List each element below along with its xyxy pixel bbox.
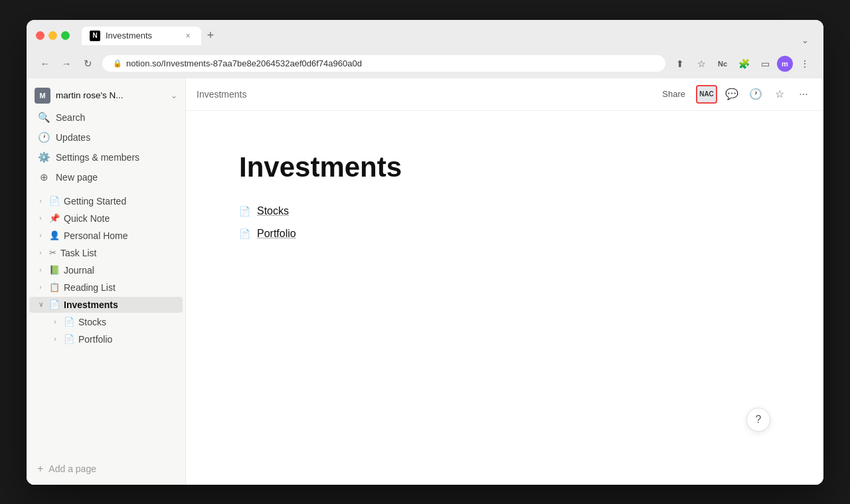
- personal-home-label: Personal Home: [64, 230, 128, 241]
- new-page-icon: ⊕: [37, 171, 50, 183]
- workspace-chevron-icon: ⌄: [171, 91, 177, 100]
- address-input[interactable]: 🔒 notion.so/Investments-87aa7be8e2064532…: [102, 55, 665, 72]
- tab-favicon: N: [90, 31, 100, 41]
- new-tab-button[interactable]: +: [201, 27, 220, 45]
- journal-label: Journal: [64, 265, 94, 276]
- active-tab[interactable]: N Investments ×: [82, 27, 201, 45]
- sidebar-item-task-list[interactable]: › ✂ Task List: [29, 245, 183, 261]
- add-page-label: Add a page: [48, 463, 96, 474]
- new-page-label: New page: [56, 172, 98, 183]
- tab-label: Investments: [106, 31, 177, 41]
- sidebar-toggle-icon[interactable]: ▭: [756, 54, 774, 73]
- browser-menu-icon[interactable]: ⋮: [796, 54, 814, 73]
- nc-icon[interactable]: Nc: [713, 54, 732, 73]
- investments-label: Investments: [64, 299, 118, 310]
- share-icon[interactable]: ⬆: [671, 54, 689, 73]
- add-page-button[interactable]: + Add a page: [29, 460, 183, 478]
- tab-bar: N Investments × + ⌄: [82, 27, 814, 45]
- subpage-portfolio[interactable]: 📄 Portfolio: [239, 222, 770, 245]
- portfolio-subpage-icon: 📄: [239, 228, 250, 239]
- sidebar-item-new-page[interactable]: ⊕ New page: [29, 168, 183, 187]
- updates-label: Updates: [56, 132, 90, 143]
- close-button[interactable]: [36, 31, 44, 40]
- updates-icon: 🕐: [37, 131, 50, 143]
- getting-started-label: Getting Started: [64, 196, 126, 207]
- user-badge-button[interactable]: NAC: [696, 85, 717, 104]
- chevron-investments-icon: ∨: [36, 301, 45, 308]
- add-page-plus-icon: +: [37, 463, 43, 475]
- address-bar: ← → ↻ 🔒 notion.so/Investments-87aa7be8e2…: [36, 50, 814, 78]
- page-body: Investments 📄 Stocks 📄 Portfolio: [186, 111, 823, 485]
- page-header: Investments Share NAC 💬 🕐 ☆ ···: [186, 78, 823, 111]
- chevron-personal-home-icon: ›: [36, 232, 45, 239]
- tab-close-button[interactable]: ×: [183, 31, 193, 41]
- portfolio-label: Portfolio: [78, 334, 112, 345]
- settings-label: Settings & members: [56, 152, 139, 163]
- app-container: M martin rose's N... ⌄ 🔍 Search 🕐 Update…: [27, 78, 823, 485]
- chevron-quick-note-icon: ›: [36, 214, 45, 222]
- chevron-task-list-icon: ›: [36, 249, 45, 256]
- user-avatar-chrome[interactable]: m: [777, 56, 793, 72]
- user-initial: m: [782, 60, 788, 68]
- stocks-page-icon: 📄: [64, 317, 74, 327]
- header-actions: Share NAC 💬 🕐 ☆ ···: [657, 85, 813, 104]
- quick-note-label: Quick Note: [64, 213, 110, 224]
- workspace-avatar: M: [35, 88, 50, 104]
- sidebar-item-getting-started[interactable]: › 📄 Getting Started: [29, 193, 183, 209]
- nav-buttons: ← → ↻: [36, 54, 97, 73]
- tab-chevron-icon[interactable]: ⌄: [796, 35, 814, 45]
- help-button[interactable]: ?: [746, 408, 770, 432]
- forward-button[interactable]: →: [57, 54, 76, 73]
- url-text: notion.so/Investments-87aa7be8e2064532ae…: [126, 58, 362, 68]
- lock-icon: 🔒: [113, 59, 122, 68]
- bookmark-icon[interactable]: ☆: [692, 54, 711, 73]
- back-button[interactable]: ←: [36, 54, 54, 73]
- search-label: Search: [56, 112, 85, 123]
- favorite-icon[interactable]: ☆: [770, 85, 789, 104]
- getting-started-page-icon: 📄: [49, 196, 60, 206]
- traffic-lights[interactable]: [36, 31, 70, 40]
- sidebar-item-search[interactable]: 🔍 Search: [29, 108, 183, 127]
- sidebar-item-investments[interactable]: ∨ 📄 Investments: [29, 297, 183, 313]
- sidebar-item-updates[interactable]: 🕐 Updates: [29, 128, 183, 147]
- workspace-name: martin rose's N...: [56, 90, 165, 100]
- main-content: Investments Share NAC 💬 🕐 ☆ ··· Investme…: [186, 78, 823, 485]
- more-options-icon[interactable]: ···: [794, 85, 813, 104]
- chevron-reading-list-icon: ›: [36, 284, 45, 291]
- portfolio-page-icon: 📄: [64, 334, 74, 344]
- sidebar-item-stocks[interactable]: › 📄 Stocks: [29, 314, 183, 330]
- extensions-icon[interactable]: 🧩: [734, 54, 753, 73]
- chevron-journal-icon: ›: [36, 266, 45, 274]
- stocks-subpage-icon: 📄: [239, 206, 250, 216]
- share-button[interactable]: Share: [657, 86, 691, 102]
- chevron-stocks-icon: ›: [50, 318, 60, 325]
- chevron-portfolio-icon: ›: [50, 335, 60, 343]
- workspace-header[interactable]: M martin rose's N... ⌄: [27, 84, 185, 108]
- stocks-label: Stocks: [78, 317, 106, 327]
- sidebar-item-journal[interactable]: › 📗 Journal: [29, 262, 183, 278]
- comment-icon[interactable]: 💬: [722, 85, 741, 104]
- page-title: Investments: [239, 151, 770, 184]
- sidebar-item-reading-list[interactable]: › 📋 Reading List: [29, 280, 183, 295]
- settings-icon: ⚙️: [37, 151, 50, 163]
- reading-list-label: Reading List: [64, 282, 116, 293]
- task-list-page-icon: ✂: [49, 248, 56, 258]
- reading-list-page-icon: 📋: [49, 282, 60, 292]
- minimize-button[interactable]: [48, 31, 57, 40]
- reload-button[interactable]: ↻: [78, 54, 97, 73]
- history-icon[interactable]: 🕐: [746, 85, 765, 104]
- subpage-stocks[interactable]: 📄 Stocks: [239, 200, 770, 222]
- sidebar-item-personal-home[interactable]: › 👤 Personal Home: [29, 228, 183, 244]
- investments-page-icon: 📄: [49, 299, 60, 309]
- stocks-subpage-label[interactable]: Stocks: [257, 205, 289, 217]
- sidebar-item-portfolio[interactable]: › 📄 Portfolio: [29, 331, 183, 347]
- toolbar-right: ⬆ ☆ Nc 🧩 ▭ m ⋮: [671, 54, 814, 73]
- sidebar-item-settings[interactable]: ⚙️ Settings & members: [29, 148, 183, 167]
- journal-page-icon: 📗: [49, 265, 60, 275]
- maximize-button[interactable]: [61, 31, 70, 40]
- portfolio-subpage-label[interactable]: Portfolio: [257, 228, 296, 240]
- main-area: Investments Share NAC 💬 🕐 ☆ ··· Investme…: [186, 78, 823, 485]
- sidebar-item-quick-note[interactable]: › 📌 Quick Note: [29, 210, 183, 226]
- page-breadcrumb: Investments: [197, 89, 649, 100]
- search-icon: 🔍: [37, 112, 50, 124]
